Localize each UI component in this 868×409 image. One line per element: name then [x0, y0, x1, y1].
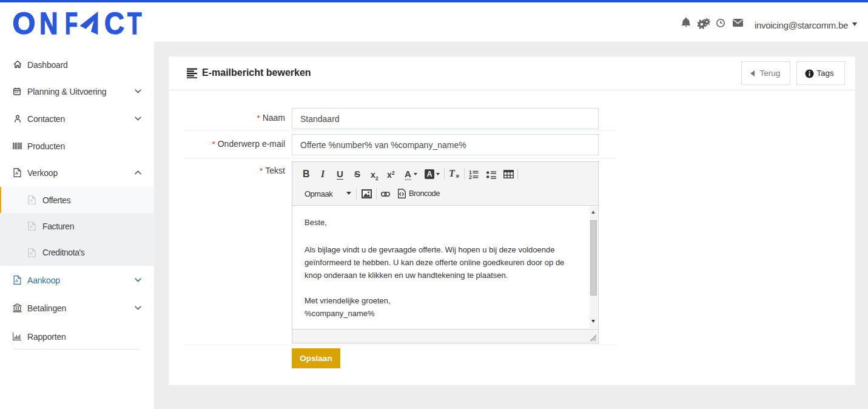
svg-text:T: T [127, 8, 142, 36]
svg-text:O: O [13, 8, 36, 36]
svg-text:N: N [39, 8, 58, 36]
svg-text:F: F [65, 8, 78, 36]
svg-text:2: 2 [469, 174, 472, 179]
svg-text:C: C [104, 8, 124, 36]
